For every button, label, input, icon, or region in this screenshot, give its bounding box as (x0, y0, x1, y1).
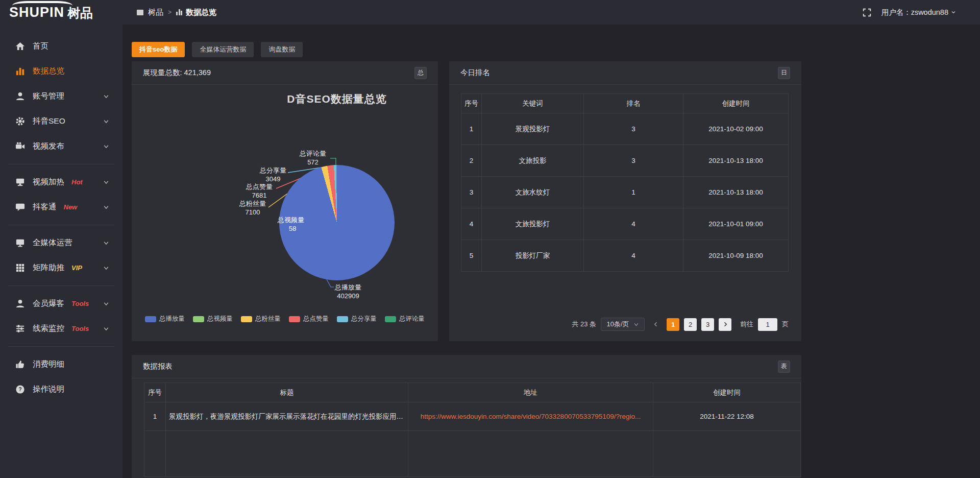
tools-badge: Tools (71, 325, 89, 332)
cell-rank: 4 (584, 208, 683, 240)
page-button-1[interactable]: 1 (667, 318, 679, 331)
legend-swatch (241, 316, 252, 322)
ranking-panel-header: 今日排名 日 (449, 61, 801, 85)
legend-item-likes[interactable]: 总点赞量 (289, 315, 329, 323)
sidebar-item-help[interactable]: ? 操作说明 (0, 377, 122, 402)
prev-page-button[interactable] (649, 318, 662, 331)
sidebar-item-data-overview[interactable]: 数据总览 (0, 59, 122, 84)
impressions-panel-header: 展现量总数: 421,369 总 (132, 61, 438, 85)
page-button-3[interactable]: 3 (701, 318, 714, 331)
cell-created-time: 2021-11-22 12:08 (653, 402, 801, 431)
chart-title: D音SEO数据量总览 (259, 92, 414, 106)
username-label: 用户名：zswodun88 (881, 8, 948, 17)
cell-created-time: 2021-10-13 18:00 (683, 177, 789, 208)
monitor-icon (15, 177, 25, 187)
pagination-total: 共 23 条 (572, 320, 596, 329)
tab-omni-media-data[interactable]: 全媒体运营数据 (192, 42, 254, 57)
pie-label-plays: 总播放量 402909 (323, 283, 374, 300)
column-header: 关键词 (482, 94, 584, 113)
column-header: 创建时间 (683, 94, 789, 113)
legend-item-fans[interactable]: 总粉丝量 (241, 315, 281, 323)
breadcrumb-current: 数据总览 (176, 8, 216, 17)
page-size-select[interactable]: 10条/页 (601, 318, 645, 331)
sidebar-item-clue-monitor[interactable]: 线索监控 Tools (0, 316, 122, 341)
cell-rank: 3 (584, 113, 683, 145)
table-badge-button[interactable]: 表 (778, 361, 790, 373)
sidebar-item-omni-media[interactable]: 全媒体运营 (0, 230, 122, 255)
column-header: 排名 (584, 94, 683, 113)
chevron-down-icon (103, 301, 109, 307)
cell-title: 景观投影灯，夜游景观投影灯厂家展示展示落花灯在花园里的灯光投影应用效果 # (166, 402, 408, 431)
sidebar-item-label: 抖客通 (33, 202, 57, 212)
chevron-down-icon (103, 326, 109, 332)
next-page-button[interactable] (719, 318, 731, 331)
chevron-down-icon (950, 9, 957, 15)
cell-created-time: 2021-10-02 09:00 (683, 113, 789, 145)
breadcrumb-separator: > (168, 9, 172, 16)
legend-item-shares[interactable]: 总分享量 (337, 315, 377, 323)
cell-index: 3 (461, 177, 482, 208)
sidebar: 首页 数据总览 账号管理 抖音SEO 视频发布 视频加热 Hot (0, 25, 122, 478)
legend-swatch (193, 316, 204, 322)
cell-rank: 4 (584, 240, 683, 272)
logo-suffix: 树品 (67, 7, 93, 19)
sidebar-item-video-publish[interactable]: 视频发布 (0, 134, 122, 159)
video-camera-icon (15, 141, 25, 151)
pie-label-fans: 总粉丝量 7100 (227, 199, 278, 217)
pie-label-videos: 总视频量 58 (265, 216, 316, 233)
sidebar-item-label: 视频加热 (33, 177, 64, 187)
table-row: 3 文旅水纹灯 1 2021-10-13 18:00 (461, 177, 789, 208)
cell-created-time: 2021-10-09 18:00 (683, 240, 789, 272)
tab-inquiry-data[interactable]: 询盘数据 (261, 42, 303, 57)
sidebar-item-matrix-boost[interactable]: 矩阵助推 VIP (0, 255, 122, 280)
sidebar-item-doukettong[interactable]: 抖客通 New (0, 195, 122, 220)
legend-item-videos[interactable]: 总视频量 (193, 315, 233, 323)
video-url-link[interactable]: https://www.iesdouyin.com/share/video/70… (421, 413, 641, 420)
table-row: 2 文旅投影 3 2021-10-13 18:00 (461, 145, 789, 177)
sidebar-item-video-heat[interactable]: 视频加热 Hot (0, 170, 122, 195)
cell-index: 2 (461, 145, 482, 177)
member-icon (15, 299, 25, 308)
sidebar-item-member-burst[interactable]: 会员爆客 Tools (0, 291, 122, 316)
sidebar-item-label: 视频发布 (33, 141, 64, 152)
legend-item-comments[interactable]: 总评论量 (385, 315, 425, 323)
day-badge-button[interactable]: 日 (778, 67, 790, 79)
cell-keyword: 景观投影灯 (482, 113, 584, 145)
cell-url: https://www.iesdouyin.com/share/video/70… (408, 402, 653, 431)
column-header: 标题 (166, 383, 408, 402)
sidebar-item-douyin-seo[interactable]: 抖音SEO (0, 109, 122, 134)
table-row: 1 景观投影灯 3 2021-10-02 09:00 (461, 113, 789, 145)
page-button-2[interactable]: 2 (684, 318, 697, 331)
sidebar-divider (8, 285, 114, 286)
thumb-up-icon (15, 360, 25, 369)
sidebar-item-consumption[interactable]: 消费明细 (0, 352, 122, 377)
sidebar-item-label: 抖音SEO (33, 116, 65, 127)
sidebar-item-home[interactable]: 首页 (0, 34, 122, 59)
app-logo: SHUPIN 树品 (0, 6, 122, 19)
sidebar-item-label: 全媒体运营 (33, 237, 72, 248)
sidebar-item-label: 账号管理 (33, 91, 64, 102)
pie-label-name: 总评论量 (300, 150, 326, 157)
goto-page-input[interactable] (758, 318, 777, 331)
cell-index: 5 (461, 240, 482, 272)
pie-label-name: 总粉丝量 (239, 200, 266, 207)
pie-label-name: 总点赞量 (246, 183, 273, 190)
user-area: 用户名：zswodun88 (863, 8, 957, 17)
cell-url (408, 431, 653, 477)
tab-douyin-seo-data[interactable]: 抖音seo数据 (132, 42, 185, 57)
pie-label-name: 总分享量 (260, 166, 286, 174)
chevron-down-icon (103, 93, 109, 100)
panels-row: 展现量总数: 421,369 总 D音SEO数据量总览 总评论量 (132, 61, 980, 341)
legend-item-plays[interactable]: 总播放量 (145, 315, 185, 323)
total-badge-button[interactable]: 总 (414, 67, 427, 79)
user-menu[interactable]: 用户名：zswodun88 (881, 8, 957, 17)
sidebar-item-label: 首页 (33, 41, 48, 52)
logo-arc-decoration (12, 1, 72, 10)
cell-title (166, 431, 408, 477)
fullscreen-icon[interactable] (863, 8, 871, 17)
breadcrumb-root[interactable]: 树品 (148, 8, 163, 17)
app-root: SHUPIN 树品 树品 > 数据总览 用户名：zswodun88 (0, 0, 980, 478)
sidebar-item-label: 操作说明 (33, 384, 64, 395)
legend-label: 总分享量 (351, 315, 377, 323)
sidebar-item-account[interactable]: 账号管理 (0, 84, 122, 109)
